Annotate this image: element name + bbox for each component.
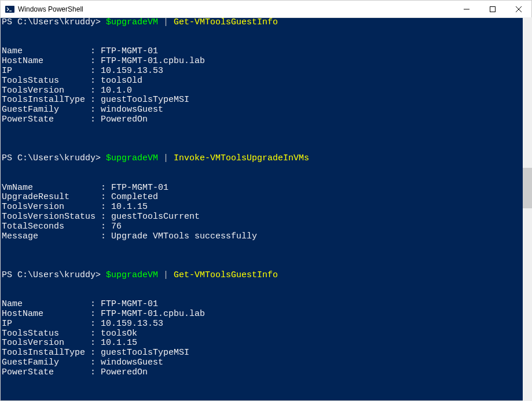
maximize-button[interactable]	[479, 1, 505, 17]
powershell-icon	[5, 5, 14, 14]
terminal-output[interactable]: PS C:\Users\kruddy> $upgradeVM | Get-VMT…	[1, 18, 531, 400]
titlebar: Windows PowerShell	[1, 1, 531, 18]
scrollbar-track[interactable]	[523, 17, 532, 401]
window-controls	[453, 1, 531, 17]
scrollbar-thumb[interactable]	[523, 168, 532, 208]
window-title: Windows PowerShell	[18, 5, 453, 13]
minimize-button[interactable]	[453, 1, 479, 17]
svg-rect-0	[5, 6, 14, 13]
close-button[interactable]	[505, 1, 531, 17]
svg-rect-3	[490, 6, 495, 12]
